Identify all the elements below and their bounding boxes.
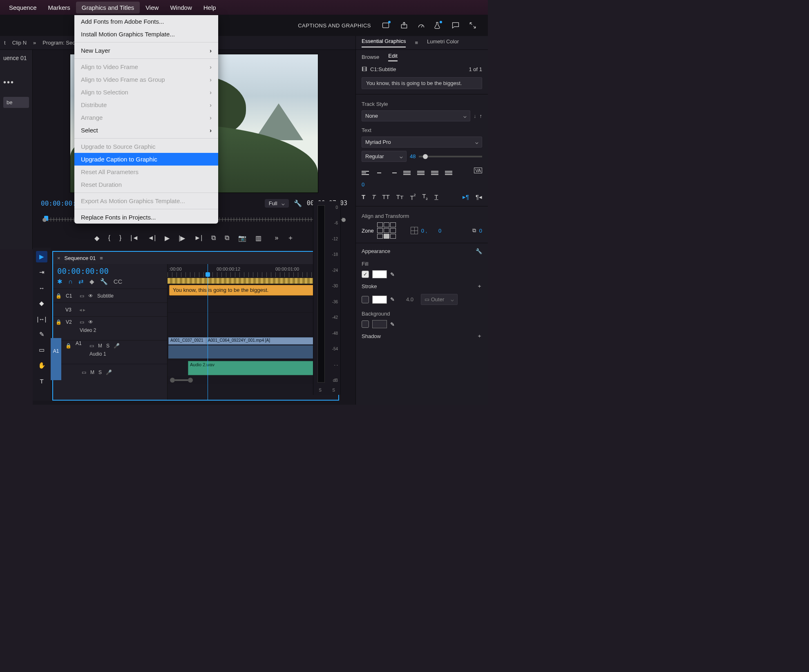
mute-button[interactable]: M <box>98 343 102 349</box>
solo-left[interactable]: S <box>319 388 322 392</box>
italic-icon[interactable]: T <box>372 193 375 200</box>
solo-right[interactable]: S <box>332 388 335 392</box>
solo-button[interactable]: S <box>98 370 102 375</box>
go-to-out-button[interactable]: ►| <box>194 234 202 242</box>
layer-row[interactable]: 🎞C1:Subtitle 1 of 1 <box>356 64 488 75</box>
subtab-edit[interactable]: Edit <box>388 53 397 61</box>
selection-tool[interactable]: ▶ <box>36 251 47 262</box>
track-header-v2[interactable]: 🔒 V2 ▭👁 Video 2 <box>53 316 167 340</box>
chevron-right-icon[interactable]: » <box>33 40 36 46</box>
lift-button[interactable]: ⧉ <box>211 234 216 242</box>
bin-label-fragment[interactable]: be <box>3 97 29 108</box>
export-frame-button[interactable]: 📷 <box>238 234 246 242</box>
align-left-icon[interactable] <box>362 166 369 175</box>
collapse-icon[interactable]: ◂ ▸ <box>79 307 85 313</box>
menu-help[interactable]: Help <box>198 2 222 13</box>
justify-all-icon[interactable] <box>445 166 452 175</box>
align-right-icon[interactable] <box>389 166 397 175</box>
subscript-icon[interactable]: T₂ <box>422 193 428 201</box>
snap-icon[interactable]: ✱ <box>57 278 63 285</box>
eye-icon[interactable]: 👁 <box>88 293 93 299</box>
clip-tab-fragment[interactable]: Clip N <box>12 40 27 46</box>
lock-icon[interactable]: 🔒 <box>56 319 62 325</box>
workspace-label[interactable]: CAPTIONS AND GRAPHICS <box>298 22 371 29</box>
close-sequence-button[interactable]: × <box>57 255 60 261</box>
scrubber-out-point[interactable] <box>342 218 346 222</box>
rectangle-tool[interactable]: ▭ <box>36 344 47 356</box>
play-button[interactable]: ▶ <box>165 234 170 242</box>
stroke-checkbox[interactable] <box>362 296 369 303</box>
stroke-color-swatch[interactable] <box>372 296 387 304</box>
eyedropper-icon[interactable]: ✎ <box>390 271 395 278</box>
chat-icon[interactable] <box>450 20 461 31</box>
font-size-value[interactable]: 48 <box>410 153 416 159</box>
panel-menu-icon[interactable]: ≡ <box>415 40 418 46</box>
voiceover-icon[interactable]: 🎤 <box>106 370 112 375</box>
menu-view[interactable]: View <box>140 2 164 13</box>
mark-in-button[interactable]: { <box>108 234 110 242</box>
gauge-icon[interactable] <box>416 20 427 31</box>
add-button[interactable]: ＋ <box>287 234 294 242</box>
track-header-v3[interactable]: V3 ◂ ▸ <box>53 302 167 316</box>
source-patch-icon[interactable]: ▭ <box>89 343 94 349</box>
bold-icon[interactable]: T <box>362 193 365 200</box>
more-transport-icon[interactable]: » <box>275 234 278 242</box>
eyedropper-icon[interactable]: ✎ <box>390 296 395 302</box>
source-patch-icon[interactable]: ▭ <box>80 319 84 325</box>
font-weight-select[interactable]: Regular⌵ <box>362 151 407 162</box>
font-family-select[interactable]: Myriad Pro⌵ <box>362 137 482 148</box>
justify-center-icon[interactable] <box>417 166 425 175</box>
scrubber-in-point[interactable] <box>42 218 47 222</box>
more-icon[interactable]: ••• <box>3 78 29 87</box>
panel-menu-icon[interactable]: ≡ <box>100 255 103 261</box>
track-style-select[interactable]: None⌵ <box>362 110 470 121</box>
eyedropper-icon[interactable]: ✎ <box>390 321 395 327</box>
caption-text-input[interactable]: You know, this is going to be the bigges… <box>362 77 482 89</box>
settings-icon[interactable]: 🔧 <box>100 278 108 285</box>
kerning-value[interactable]: 0 <box>362 181 364 188</box>
export-icon[interactable] <box>399 20 409 31</box>
track-header-c1[interactable]: 🔒 C1 ▭ 👁 Subtitle <box>53 289 167 302</box>
position-x[interactable]: 0 , <box>421 228 427 234</box>
program-tab[interactable]: Program: Sequ <box>42 40 78 46</box>
track-select-tool[interactable]: ⇥ <box>36 267 47 278</box>
superscript-icon[interactable]: T² <box>410 193 416 201</box>
captions-icon[interactable] <box>382 20 392 31</box>
eye-icon[interactable]: 👁 <box>88 319 93 325</box>
settings-icon[interactable]: 🔧 <box>294 199 302 207</box>
fill-color-swatch[interactable] <box>372 270 387 278</box>
zoom-fit-select[interactable]: Full⌵ <box>265 199 289 208</box>
flask-icon[interactable] <box>433 20 444 31</box>
hand-tool[interactable]: ✋ <box>36 360 47 371</box>
add-shadow-button[interactable]: ＋ <box>477 332 482 340</box>
stroke-width-value[interactable]: 4.0 <box>406 296 413 302</box>
track-header-a1[interactable]: A1 🔒 A1 ▭MS🎤 Audio 1 <box>53 340 167 364</box>
menuitem-upgrade-caption-to-graphic[interactable]: Upgrade Caption to Graphic <box>74 153 218 166</box>
background-color-swatch[interactable] <box>372 320 387 328</box>
lock-icon[interactable]: 🔒 <box>65 343 72 349</box>
sequence-tab[interactable]: Sequence 01 <box>65 255 96 261</box>
menuitem-new-layer[interactable]: New Layer› <box>74 44 218 57</box>
zone-picker[interactable] <box>377 222 396 239</box>
menuitem-add-fonts[interactable]: Add Fonts from Adobe Fonts... <box>74 15 218 28</box>
audio-waveform[interactable] <box>168 345 331 358</box>
fullscreen-icon[interactable] <box>467 20 478 31</box>
go-to-in-button[interactable]: |◄ <box>130 234 139 242</box>
razor-tool[interactable]: ◆ <box>36 298 47 309</box>
magnet-icon[interactable]: ∩ <box>68 278 73 285</box>
add-marker-button[interactable]: ◆ <box>94 234 99 242</box>
align-center-icon[interactable] <box>375 166 383 175</box>
source-patch-icon[interactable]: ▭ <box>82 370 86 375</box>
position-y[interactable]: 0 <box>438 228 441 234</box>
lock-icon[interactable]: 🔒 <box>56 293 62 299</box>
menu-markers[interactable]: Markers <box>42 2 76 13</box>
font-size-slider[interactable] <box>419 156 482 157</box>
source-patch-icon[interactable]: ▭ <box>80 293 84 299</box>
slip-tool[interactable]: |↔| <box>36 313 47 325</box>
menuitem-install-mogrt[interactable]: Install Motion Graphics Template... <box>74 28 218 40</box>
mark-out-button[interactable]: } <box>119 234 121 242</box>
marker-track-icon[interactable]: ◆ <box>89 278 94 285</box>
menu-graphics-and-titles[interactable]: Graphics and Titles <box>76 2 140 13</box>
caption-track-icon[interactable]: CC <box>114 278 123 285</box>
ltr-icon[interactable]: ▸¶ <box>463 193 469 201</box>
